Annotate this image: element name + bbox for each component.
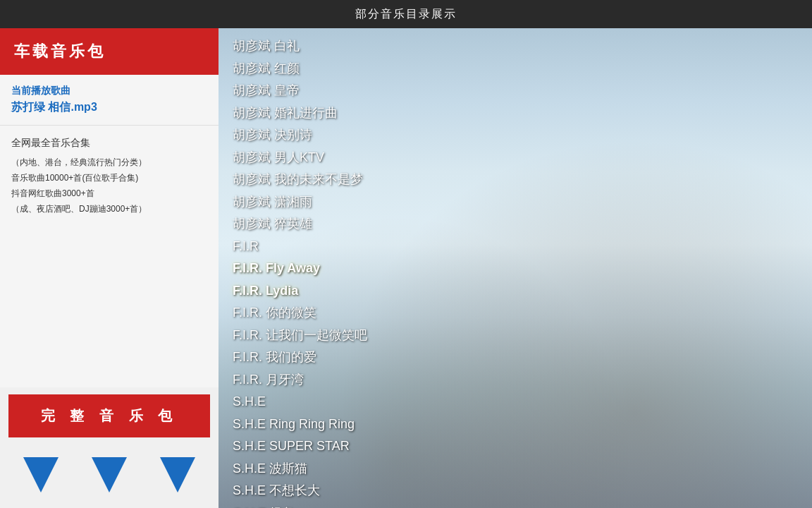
- music-list-item: 胡彦斌 潇湘雨: [233, 191, 798, 214]
- music-list-item: F.I.R. 让我们一起微笑吧: [233, 325, 798, 347]
- desc-item-3: 抖音网红歌曲3000+首: [11, 187, 207, 200]
- desc-item-2: 音乐歌曲10000+首(百位歌手合集): [11, 171, 207, 184]
- music-list-item: S.H.E SUPER STAR: [233, 435, 798, 458]
- music-list-item: F.I.R. 你的微笑: [233, 302, 798, 325]
- cta-button[interactable]: 完 整 音 乐 包: [8, 394, 210, 437]
- music-list-item: 胡彦斌 白礼: [233, 35, 798, 58]
- arrow-down-2[interactable]: [85, 450, 134, 500]
- now-playing-label: 当前播放歌曲: [11, 85, 207, 97]
- music-list-item: F.I.R. 月牙湾: [233, 369, 798, 392]
- desc-main: 全网最全音乐合集: [11, 135, 207, 150]
- music-list-item: 胡彦斌 婚礼进行曲: [233, 102, 798, 125]
- music-list-item: S.H.E 候鸟: [233, 502, 798, 509]
- music-list-item: F.I.R. 我们的爱: [233, 346, 798, 369]
- music-list-item: 胡彦斌 红颜: [233, 58, 798, 80]
- app-title: 车载音乐包: [0, 28, 219, 75]
- arrow-down-1[interactable]: [16, 450, 66, 500]
- music-list-item: 胡彦斌 男人KTV: [233, 147, 798, 169]
- svg-marker-2: [160, 457, 195, 492]
- arrows-row: [0, 445, 219, 508]
- music-list-item: F.I.R. Lydia: [233, 280, 798, 303]
- music-list-item: 胡彦斌 决别诗: [233, 124, 798, 147]
- music-list-item: 胡彦斌 猝英雄: [233, 213, 798, 236]
- music-list-item: 胡彦斌 皇帝: [233, 80, 798, 102]
- arrow-down-3[interactable]: [153, 450, 202, 500]
- sidebar: 车载音乐包 当前播放歌曲 苏打绿 相信.mp3 全网最全音乐合集 （内地、港台，…: [0, 28, 219, 508]
- music-list: 胡彦斌 白礼胡彦斌 红颜胡彦斌 皇帝胡彦斌 婚礼进行曲胡彦斌 决别诗胡彦斌 男人…: [219, 28, 812, 508]
- now-playing-section: 当前播放歌曲 苏打绿 相信.mp3: [0, 75, 219, 126]
- desc-item-1: （内地、港台，经典流行热门分类）: [11, 156, 207, 169]
- music-list-item: S.H.E 波斯猫: [233, 458, 798, 480]
- svg-marker-1: [92, 457, 127, 492]
- desc-item-4: （成、夜店酒吧、DJ蹦迪3000+首）: [11, 202, 207, 215]
- music-list-item: F.I.R: [233, 236, 798, 258]
- main-content: 车载音乐包 当前播放歌曲 苏打绿 相信.mp3 全网最全音乐合集 （内地、港台，…: [0, 28, 812, 508]
- music-list-item: S.H.E Ring Ring Ring: [233, 413, 798, 436]
- music-list-item: 胡彦斌 我的未来不是梦: [233, 169, 798, 191]
- svg-marker-0: [23, 457, 59, 492]
- music-list-item: F.I.R. Fly Away: [233, 258, 798, 280]
- right-panel: 胡彦斌 白礼胡彦斌 红颜胡彦斌 皇帝胡彦斌 婚礼进行曲胡彦斌 决别诗胡彦斌 男人…: [219, 28, 812, 508]
- music-list-item: S.H.E: [233, 391, 798, 413]
- header-bar: 部分音乐目录展示: [0, 0, 812, 28]
- description-section: 全网最全音乐合集 （内地、港台，经典流行热门分类） 音乐歌曲10000+首(百位…: [0, 126, 219, 387]
- now-playing-song: 苏打绿 相信.mp3: [11, 100, 207, 115]
- header-title: 部分音乐目录展示: [355, 7, 457, 22]
- music-list-item: S.H.E 不想长大: [233, 480, 798, 502]
